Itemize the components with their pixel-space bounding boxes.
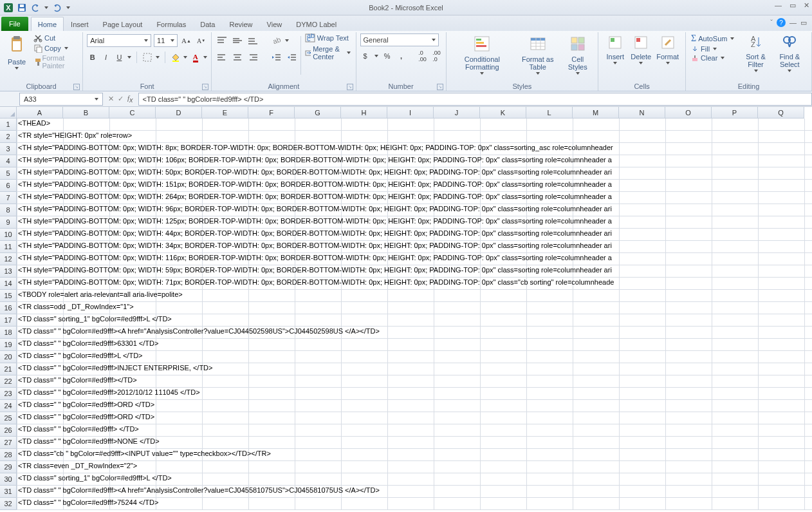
column-header-L[interactable]: L bbox=[526, 107, 573, 119]
column-header-O[interactable]: O bbox=[665, 107, 712, 119]
column-header-E[interactable]: E bbox=[202, 107, 248, 119]
row-cells[interactable]: <TD class=" " bgColor=#ed9fff>NONE </TD> bbox=[17, 437, 812, 449]
row-header[interactable]: 29 bbox=[0, 461, 17, 473]
row-header[interactable]: 21 bbox=[0, 363, 17, 375]
row-header[interactable]: 20 bbox=[0, 351, 17, 363]
row-header[interactable]: 32 bbox=[0, 498, 17, 510]
row-cells[interactable]: <TD class=" " bgColor=#ed9fff>63301 </TD… bbox=[17, 339, 812, 351]
comma-format-icon[interactable]: , bbox=[396, 50, 407, 62]
help-icon[interactable]: ? bbox=[777, 18, 786, 27]
fill-button[interactable]: Fill bbox=[690, 45, 735, 53]
bold-icon[interactable]: B bbox=[87, 51, 98, 64]
row-cells[interactable]: <THEAD> bbox=[17, 119, 812, 131]
row-header[interactable]: 1 bbox=[0, 119, 17, 131]
tab-dymo-label[interactable]: DYMO Label bbox=[289, 17, 344, 31]
row-cells[interactable]: <TH style="PADDING-BOTTOM: 0px; WIDTH: 5… bbox=[17, 167, 812, 180]
formula-input[interactable]: <TD class=" " bgColor=#ed9fff> </TD> bbox=[138, 93, 812, 106]
row-header[interactable]: 7 bbox=[0, 192, 17, 204]
column-header-J[interactable]: J bbox=[434, 107, 480, 119]
qat-customize-icon[interactable] bbox=[65, 2, 71, 14]
row-cells[interactable]: <TH style="PADDING-BOTTOM: 0px; WIDTH: 1… bbox=[17, 216, 812, 229]
row-header[interactable]: 30 bbox=[0, 473, 17, 486]
row-header[interactable]: 11 bbox=[0, 241, 17, 253]
delete-cells-button[interactable]: Delete bbox=[628, 33, 654, 82]
column-header-H[interactable]: H bbox=[341, 107, 387, 119]
column-header-K[interactable]: K bbox=[480, 107, 526, 119]
row-cells[interactable]: <TH style="PADDING-BOTTOM: 0px; WIDTH: 2… bbox=[17, 192, 812, 204]
select-all-corner[interactable] bbox=[0, 107, 17, 119]
row-header[interactable]: 10 bbox=[0, 229, 17, 241]
column-header-B[interactable]: B bbox=[63, 107, 109, 119]
redo-icon[interactable] bbox=[51, 2, 63, 14]
decrease-indent-icon[interactable] bbox=[270, 51, 282, 64]
row-header[interactable]: 18 bbox=[0, 327, 17, 339]
row-header[interactable]: 14 bbox=[0, 278, 17, 290]
copy-button[interactable]: Copy bbox=[32, 44, 78, 53]
undo-dropdown-icon[interactable] bbox=[43, 2, 50, 14]
column-header-C[interactable]: C bbox=[109, 107, 156, 119]
row-cells[interactable]: <TH style="PADDING-BOTTOM: 0px; WIDTH: 9… bbox=[17, 204, 812, 216]
increase-font-icon[interactable]: A▲ bbox=[180, 34, 192, 47]
row-header[interactable]: 26 bbox=[0, 424, 17, 437]
italic-icon[interactable]: I bbox=[100, 51, 111, 64]
row-cells[interactable]: <TBODY role=alert aria-relevant=all aria… bbox=[17, 290, 812, 302]
row-header[interactable]: 24 bbox=[0, 400, 17, 412]
row-cells[interactable]: <TD class=" " bgColor=#ed9fff></TD> bbox=[17, 375, 812, 388]
fx-icon[interactable]: fx bbox=[127, 94, 133, 104]
restore-icon[interactable]: ▭ bbox=[789, 1, 796, 10]
find-select-button[interactable]: Find & Select bbox=[772, 33, 807, 82]
cut-button[interactable]: Cut bbox=[32, 33, 78, 43]
name-box[interactable]: A33 bbox=[19, 93, 103, 106]
row-cells[interactable]: <TD class=" sorting_1" bgColor=#ed9fff>L… bbox=[17, 314, 812, 327]
row-header[interactable]: 17 bbox=[0, 314, 17, 327]
borders-icon[interactable] bbox=[142, 51, 153, 64]
format-as-table-button[interactable]: Format as Table bbox=[514, 33, 561, 82]
tab-page-layout[interactable]: Page Layout bbox=[96, 17, 150, 31]
row-cells[interactable]: <TH style="PADDING-BOTTOM: 0px; WIDTH: 1… bbox=[17, 253, 812, 265]
tab-data[interactable]: Data bbox=[193, 17, 222, 31]
decrease-font-icon[interactable]: A▼ bbox=[195, 34, 207, 47]
save-icon[interactable] bbox=[16, 2, 28, 14]
conditional-formatting-button[interactable]: Conditional Formatting bbox=[450, 33, 515, 82]
row-cells[interactable]: <TD class=" sorting_1" bgColor=#ed9fff>L… bbox=[17, 473, 812, 486]
align-left-icon[interactable] bbox=[216, 51, 228, 64]
window-restore-icon[interactable]: ▭ bbox=[800, 19, 807, 27]
row-cells[interactable]: <TH style="PADDING-BOTTOM: 0px; WIDTH: 8… bbox=[17, 143, 812, 155]
number-launcher-icon[interactable]: ↘ bbox=[437, 84, 443, 90]
column-header-Q[interactable]: Q bbox=[758, 107, 804, 119]
align-right-icon[interactable] bbox=[246, 51, 259, 64]
row-cells[interactable]: <TD class=" " bgColor=#ed9fff> </TD> bbox=[17, 424, 812, 437]
decrease-decimal-icon[interactable]: .00.0 bbox=[431, 50, 441, 62]
row-header[interactable]: 22 bbox=[0, 375, 17, 388]
row-cells[interactable]: <TD class=" " bgColor=#ed9fff>L </TD> bbox=[17, 351, 812, 363]
row-cells[interactable]: <TD class=" " bgColor=#ed9fff>INJECT ENT… bbox=[17, 363, 812, 375]
row-header[interactable]: 3 bbox=[0, 143, 17, 155]
tab-view[interactable]: View bbox=[260, 17, 290, 31]
row-cells[interactable]: <TH style="PADDING-BOTTOM: 0px; WIDTH: 1… bbox=[17, 155, 812, 167]
alignment-launcher-icon[interactable]: ↘ bbox=[347, 84, 353, 90]
clipboard-launcher-icon[interactable]: ↘ bbox=[73, 84, 80, 90]
column-header-F[interactable]: F bbox=[248, 107, 295, 119]
underline-icon[interactable]: U bbox=[114, 51, 125, 64]
enter-formula-icon[interactable]: ✓ bbox=[118, 95, 124, 103]
cell-styles-button[interactable]: Cell Styles bbox=[561, 33, 594, 82]
row-header[interactable]: 23 bbox=[0, 388, 17, 400]
row-header[interactable]: 2 bbox=[0, 131, 17, 143]
row-cells[interactable]: <TD class=" " bgColor=#ed9fff><A href="A… bbox=[17, 486, 812, 498]
row-cells[interactable]: <TR style="HEIGHT: 0px" role=row> bbox=[17, 131, 812, 143]
row-header[interactable]: 31 bbox=[0, 486, 17, 498]
align-bottom-icon[interactable] bbox=[246, 34, 259, 47]
font-launcher-icon[interactable]: ↘ bbox=[202, 84, 208, 90]
font-size-combo[interactable]: 11 bbox=[154, 34, 178, 47]
row-header[interactable]: 12 bbox=[0, 253, 17, 265]
align-center-icon[interactable] bbox=[231, 51, 244, 64]
number-format-combo[interactable]: General bbox=[360, 33, 439, 46]
row-header[interactable]: 28 bbox=[0, 449, 17, 461]
row-cells[interactable]: <TR class=odd _DT_RowIndex="1"> bbox=[17, 302, 812, 314]
increase-decimal-icon[interactable]: .0.00 bbox=[417, 50, 427, 62]
tab-insert[interactable]: Insert bbox=[64, 17, 96, 31]
column-header-G[interactable]: G bbox=[295, 107, 341, 119]
row-cells[interactable]: <TD class=" " bgColor=#ed9fff>2012/10/12… bbox=[17, 388, 812, 400]
tab-file[interactable]: File bbox=[1, 17, 28, 31]
column-header-I[interactable]: I bbox=[387, 107, 434, 119]
